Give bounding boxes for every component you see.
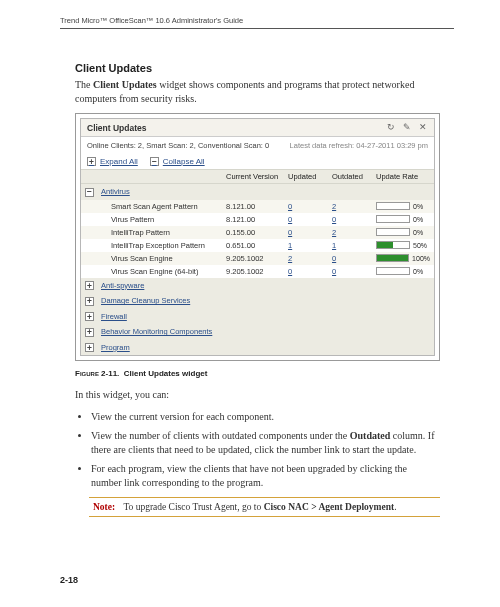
progress-fill bbox=[377, 255, 408, 261]
group-label[interactable]: Antivirus bbox=[97, 184, 434, 200]
col-name bbox=[97, 170, 222, 184]
col-update-rate: Update Rate bbox=[372, 170, 434, 184]
plus-icon[interactable]: + bbox=[85, 328, 94, 337]
group-expander-cell[interactable]: − bbox=[81, 184, 97, 200]
progress-bar bbox=[376, 241, 410, 249]
progress-wrap: 100% bbox=[376, 254, 430, 262]
note-post: . bbox=[394, 502, 396, 512]
settings-icon[interactable]: ✎ bbox=[402, 123, 412, 133]
spacer-cell bbox=[81, 226, 97, 239]
col-outdated: Outdated bbox=[328, 170, 372, 184]
paragraph-intro-list: In this widget, you can: bbox=[75, 388, 440, 402]
group-label[interactable]: Damage Cleanup Services bbox=[97, 293, 434, 309]
content-block: Client Updates The Client Updates widget… bbox=[75, 62, 440, 517]
outdated-cell[interactable]: 0 bbox=[328, 252, 372, 265]
plus-icon[interactable]: + bbox=[85, 343, 94, 352]
progress-percent: 0% bbox=[413, 229, 423, 236]
group-row[interactable]: +Anti-spyware bbox=[81, 278, 434, 294]
spacer-cell bbox=[81, 213, 97, 226]
progress-wrap: 50% bbox=[376, 241, 430, 249]
component-name: Virus Scan Engine bbox=[97, 252, 222, 265]
current-version-cell: 8.121.00 bbox=[222, 213, 284, 226]
table-row: Virus Scan Engine9.205.100220100% bbox=[81, 252, 434, 265]
group-expander-cell[interactable]: + bbox=[81, 340, 97, 356]
update-rate-cell: 100% bbox=[372, 252, 434, 265]
group-row[interactable]: +Behavior Monitoring Components bbox=[81, 324, 434, 340]
spacer-cell bbox=[81, 265, 97, 278]
current-version-cell: 8.121.00 bbox=[222, 200, 284, 213]
update-rate-cell: 0% bbox=[372, 265, 434, 278]
updated-cell[interactable]: 0 bbox=[284, 200, 328, 213]
current-version-cell: 0.651.00 bbox=[222, 239, 284, 252]
updated-cell[interactable]: 2 bbox=[284, 252, 328, 265]
progress-wrap: 0% bbox=[376, 215, 430, 223]
intro-pre: The bbox=[75, 79, 93, 90]
close-icon[interactable]: ✕ bbox=[418, 123, 428, 133]
table-header-row: Current Version Updated Outdated Update … bbox=[81, 170, 434, 184]
component-name: Smart Scan Agent Pattern bbox=[97, 200, 222, 213]
bullet-list: View the current version for each compon… bbox=[75, 410, 440, 490]
current-version-cell: 9.205.1002 bbox=[222, 252, 284, 265]
outdated-cell[interactable]: 1 bbox=[328, 239, 372, 252]
component-name: Virus Pattern bbox=[97, 213, 222, 226]
group-expander-cell[interactable]: + bbox=[81, 278, 97, 294]
group-label[interactable]: Firewall bbox=[97, 309, 434, 325]
outdated-cell[interactable]: 0 bbox=[328, 265, 372, 278]
list-item: View the number of clients with outdated… bbox=[91, 429, 440, 456]
progress-percent: 0% bbox=[413, 268, 423, 275]
plus-icon[interactable]: + bbox=[85, 312, 94, 321]
list-item: View the current version for each compon… bbox=[91, 410, 440, 424]
group-label[interactable]: Anti-spyware bbox=[97, 278, 434, 294]
group-label[interactable]: Program bbox=[97, 340, 434, 356]
group-label[interactable]: Behavior Monitoring Components bbox=[97, 324, 434, 340]
group-expander-cell[interactable]: + bbox=[81, 293, 97, 309]
running-header: Trend Micro™ OfficeScan™ 10.6 Administra… bbox=[60, 16, 243, 25]
component-name: Virus Scan Engine (64-bit) bbox=[97, 265, 222, 278]
updated-cell[interactable]: 0 bbox=[284, 265, 328, 278]
spacer-cell bbox=[81, 200, 97, 213]
note-box: Note: To upgrade Cisco Trust Agent, go t… bbox=[89, 497, 440, 517]
updated-cell[interactable]: 1 bbox=[284, 239, 328, 252]
group-row[interactable]: +Firewall bbox=[81, 309, 434, 325]
refresh-icon[interactable]: ↻ bbox=[386, 123, 396, 133]
progress-bar bbox=[376, 202, 410, 210]
progress-percent: 100% bbox=[412, 255, 430, 262]
plus-icon[interactable]: + bbox=[85, 297, 94, 306]
widget-title: Client Updates bbox=[87, 123, 147, 133]
group-expander-cell[interactable]: + bbox=[81, 324, 97, 340]
current-version-cell: 0.155.00 bbox=[222, 226, 284, 239]
table-row: IntelliTrap Exception Pattern0.651.00115… bbox=[81, 239, 434, 252]
spacer-cell bbox=[81, 239, 97, 252]
updated-cell[interactable]: 0 bbox=[284, 226, 328, 239]
page-number: 2-18 bbox=[60, 575, 78, 585]
outdated-cell[interactable]: 2 bbox=[328, 200, 372, 213]
client-updates-widget: Client Updates ↻ ✎ ✕ Online Clients: 2, … bbox=[80, 118, 435, 356]
group-row[interactable]: +Program bbox=[81, 340, 434, 356]
table-body: −AntivirusSmart Scan Agent Pattern8.121.… bbox=[81, 184, 434, 356]
current-version-cell: 9.205.1002 bbox=[222, 265, 284, 278]
update-rate-cell: 50% bbox=[372, 239, 434, 252]
update-rate-cell: 0% bbox=[372, 200, 434, 213]
expand-all-button[interactable]: + Expand All bbox=[87, 157, 138, 166]
progress-bar bbox=[376, 267, 410, 275]
spacer-cell bbox=[81, 252, 97, 265]
widget-titlebar-icons: ↻ ✎ ✕ bbox=[386, 123, 428, 133]
group-row[interactable]: −Antivirus bbox=[81, 184, 434, 200]
plus-icon[interactable]: + bbox=[85, 281, 94, 290]
minus-icon[interactable]: − bbox=[85, 188, 94, 197]
collapse-all-button[interactable]: − Collapse All bbox=[150, 157, 205, 166]
group-row[interactable]: +Damage Cleanup Services bbox=[81, 293, 434, 309]
outdated-cell[interactable]: 0 bbox=[328, 213, 372, 226]
page: Trend Micro™ OfficeScan™ 10.6 Administra… bbox=[0, 0, 500, 607]
updated-cell[interactable]: 0 bbox=[284, 213, 328, 226]
progress-bar bbox=[376, 215, 410, 223]
outdated-cell[interactable]: 2 bbox=[328, 226, 372, 239]
status-left: Online Clients: 2, Smart Scan: 2, Conven… bbox=[87, 141, 269, 150]
note-bold: Cisco NAC > Agent Deployment bbox=[264, 502, 395, 512]
figure-caption: Figure 2-11. Client Updates widget bbox=[75, 369, 440, 378]
update-rate-cell: 0% bbox=[372, 213, 434, 226]
col-updated: Updated bbox=[284, 170, 328, 184]
progress-bar bbox=[376, 254, 409, 262]
section-intro: The Client Updates widget shows componen… bbox=[75, 78, 440, 105]
group-expander-cell[interactable]: + bbox=[81, 309, 97, 325]
